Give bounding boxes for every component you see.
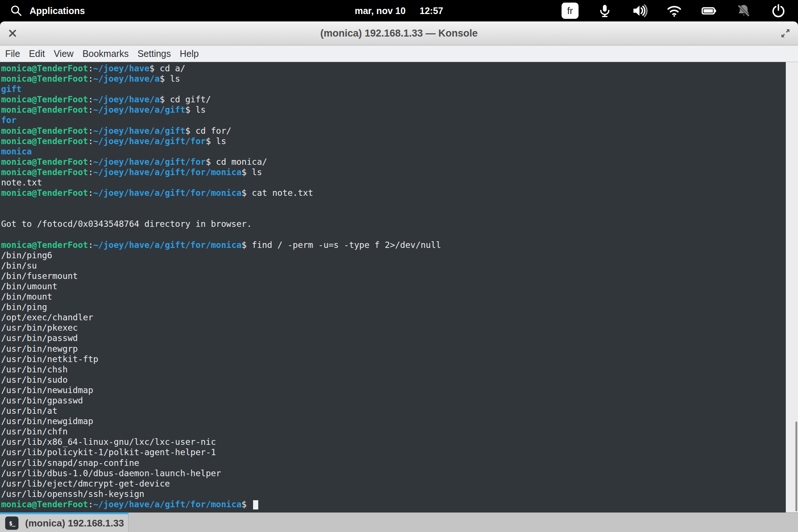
terminal-line: /usr/bin/gpasswd xyxy=(1,395,783,406)
terminal-text: ~/joey/have/a/gift/for/monica xyxy=(93,499,242,509)
terminal-icon: $_ xyxy=(5,516,18,530)
terminal-line: /bin/su xyxy=(1,260,783,271)
volume-icon[interactable] xyxy=(631,2,648,19)
menu-item-view[interactable]: View xyxy=(54,48,74,59)
terminal-line: /opt/exec/chandler xyxy=(1,312,783,323)
terminal-text: /bin/ping xyxy=(1,302,47,312)
menu-item-help[interactable]: Help xyxy=(180,48,199,59)
terminal-line: /usr/bin/sudo xyxy=(1,375,783,385)
window-titlebar[interactable]: (monica) 192.168.1.33 — Konsole xyxy=(0,21,798,45)
terminal-line: /bin/ping xyxy=(1,302,783,312)
terminal-line: Got to /fotocd/0x0343548764 directory in… xyxy=(1,219,783,229)
terminal-text: : xyxy=(88,499,93,509)
terminal-text: /usr/lib/openssh/ssh-keysign xyxy=(1,489,144,499)
notifications-muted-icon[interactable] xyxy=(735,2,752,19)
terminal-text: ~/joey/have xyxy=(93,64,149,73)
microphone-icon[interactable] xyxy=(596,2,613,19)
terminal-line: /usr/bin/pkexec xyxy=(1,323,783,333)
terminal-text: monica@TenderFoot xyxy=(1,105,88,115)
terminal-text: $ ls xyxy=(185,105,206,115)
terminal-text: ~/joey/have/a xyxy=(93,74,160,83)
terminal-line: gift xyxy=(1,84,783,94)
terminal-text: $ xyxy=(242,499,252,509)
terminal-text: : xyxy=(88,95,93,104)
terminal-line: /usr/bin/passwd xyxy=(1,333,783,343)
terminal-line: /usr/lib/snapd/snap-confine xyxy=(1,458,783,468)
terminal-line xyxy=(1,208,783,219)
terminal-text: /bin/fusermount xyxy=(1,271,78,281)
terminal-text: /bin/mount xyxy=(1,292,52,301)
menu-bar: File Edit View Bookmarks Settings Help xyxy=(0,45,798,62)
terminal-line: /usr/bin/newgrp xyxy=(1,344,783,354)
applications-menu-button[interactable]: Applications xyxy=(10,4,85,17)
terminal-cursor xyxy=(253,500,258,509)
terminal-text: : xyxy=(88,136,93,146)
battery-icon[interactable] xyxy=(700,2,717,19)
terminal-line: /usr/bin/chfn xyxy=(1,426,783,437)
terminal-text: /bin/ping6 xyxy=(1,250,52,260)
terminal-line: /usr/bin/newgidmap xyxy=(1,416,783,426)
terminal-line: /bin/ping6 xyxy=(1,250,783,260)
terminal-text: : xyxy=(88,240,93,250)
terminal-text: monica@TenderFoot xyxy=(1,499,88,509)
terminal-text: /usr/lib/eject/dmcrypt-get-device xyxy=(1,479,170,488)
terminal-text: ~/joey/have/a/gift xyxy=(93,126,185,136)
tab-label: (monica) 192.168.1.33 xyxy=(25,518,124,529)
menu-item-edit[interactable]: Edit xyxy=(29,48,45,59)
terminal-text: monica@TenderFoot xyxy=(1,188,88,198)
terminal-text: $ ls xyxy=(160,74,180,83)
terminal-text: : xyxy=(88,167,93,177)
menu-item-settings[interactable]: Settings xyxy=(137,48,171,59)
terminal-text: : xyxy=(88,188,93,198)
terminal-viewport[interactable]: monica@TenderFoot:~/joey/have$ cd a/moni… xyxy=(0,62,798,512)
terminal-line: monica@TenderFoot:~/joey/have/a$ ls xyxy=(1,74,783,84)
terminal-line: /usr/lib/x86_64-linux-gnu/lxc/lxc-user-n… xyxy=(1,437,783,447)
top-panel: Applications mar, nov 10 12:57 fr xyxy=(0,0,798,21)
terminal-text: /bin/su xyxy=(1,261,37,270)
terminal-line: monica@TenderFoot:~/joey/have/a/gift/for… xyxy=(1,188,783,198)
terminal-text: Got to /fotocd/0x0343548764 directory in… xyxy=(1,219,252,229)
terminal-output: monica@TenderFoot:~/joey/have$ cd a/moni… xyxy=(1,63,783,509)
wifi-icon[interactable] xyxy=(666,2,683,19)
terminal-text: /usr/lib/snapd/snap-confine xyxy=(1,458,139,468)
terminal-scrollbar[interactable] xyxy=(786,62,798,512)
clock[interactable]: mar, nov 10 12:57 xyxy=(355,6,443,16)
menu-item-file[interactable]: File xyxy=(5,48,20,59)
terminal-text: $ ls xyxy=(242,167,262,177)
terminal-text: /usr/bin/chfn xyxy=(1,427,68,436)
close-button[interactable] xyxy=(2,21,23,45)
terminal-line: monica@TenderFoot:~/joey/have/a/gift/for… xyxy=(1,240,783,250)
terminal-text: ~/joey/have/a/gift/for xyxy=(93,136,206,146)
search-icon xyxy=(10,4,23,17)
terminal-line: /usr/bin/newuidmap xyxy=(1,385,783,395)
terminal-text: ~/joey/have/a xyxy=(93,95,160,104)
terminal-text: /usr/bin/passwd xyxy=(1,333,78,343)
terminal-text: /usr/bin/at xyxy=(1,406,57,416)
terminal-line: monica@TenderFoot:~/joey/have/a/gift$ cd… xyxy=(1,126,783,136)
scrollbar-thumb[interactable] xyxy=(795,422,797,511)
terminal-text: monica xyxy=(1,147,32,156)
terminal-text: : xyxy=(88,74,93,83)
terminal-text: note.txt xyxy=(1,178,42,187)
terminal-line: monica@TenderFoot:~/joey/have/a/gift$ ls xyxy=(1,105,783,115)
maximize-icon[interactable] xyxy=(775,21,796,45)
terminal-line xyxy=(1,229,783,240)
terminal-text: /usr/bin/sudo xyxy=(1,375,68,385)
terminal-text: gift xyxy=(1,84,21,94)
terminal-text: $ cat note.txt xyxy=(242,188,313,198)
menu-item-bookmarks[interactable]: Bookmarks xyxy=(82,48,129,59)
terminal-tab-active[interactable]: $_ (monica) 192.168.1.33 xyxy=(0,512,129,532)
terminal-line: /usr/lib/policykit-1/polkit-agent-helper… xyxy=(1,447,783,457)
terminal-text: /usr/bin/gpasswd xyxy=(1,396,83,405)
power-icon[interactable] xyxy=(770,2,787,19)
terminal-text: /usr/bin/newgidmap xyxy=(1,416,93,426)
terminal-text: monica@TenderFoot xyxy=(1,136,88,146)
system-tray: fr xyxy=(562,2,787,19)
terminal-line xyxy=(1,198,783,208)
terminal-text: : xyxy=(88,105,93,115)
terminal-line: /usr/lib/openssh/ssh-keysign xyxy=(1,489,783,499)
terminal-line: monica xyxy=(1,146,783,157)
keyboard-layout-indicator[interactable]: fr xyxy=(562,3,579,19)
terminal-line: /usr/lib/dbus-1.0/dbus-daemon-launch-hel… xyxy=(1,468,783,478)
terminal-text: : xyxy=(88,157,93,167)
